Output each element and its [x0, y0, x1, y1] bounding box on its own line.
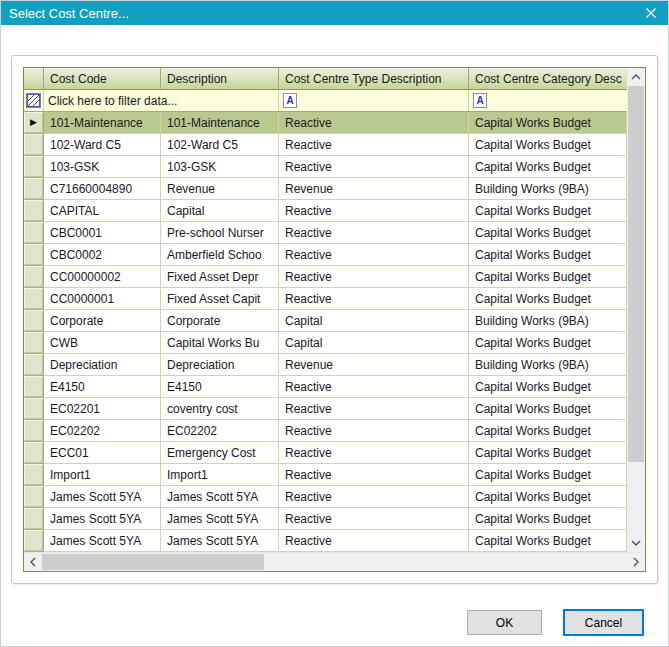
table-row[interactable]: E4150E4150ReactiveCapital Works Budget — [24, 376, 627, 398]
filter-input-cost-centre-type[interactable]: A — [279, 90, 469, 111]
horizontal-scrollbar-thumb[interactable] — [42, 554, 264, 570]
table-row[interactable]: CWBCapital Works BuCapitalCapital Works … — [24, 332, 627, 354]
table-row[interactable]: EC02202EC02202ReactiveCapital Works Budg… — [24, 420, 627, 442]
cell[interactable]: Capital Works Budget — [469, 464, 627, 486]
row-header-cell[interactable] — [24, 508, 44, 530]
cell[interactable]: CAPITAL — [44, 200, 161, 222]
ok-button[interactable]: OK — [467, 610, 542, 635]
scroll-up-button[interactable] — [627, 68, 645, 86]
cell[interactable]: Capital Works Budget — [469, 156, 627, 178]
cell[interactable]: EC02202 — [161, 420, 279, 442]
cell[interactable]: 101-Maintenance — [44, 112, 161, 134]
row-header-cell[interactable] — [24, 266, 44, 288]
cell[interactable]: Capital Works Budget — [469, 112, 627, 134]
row-header-cell[interactable] — [24, 288, 44, 310]
cell[interactable]: Capital Works Budget — [469, 244, 627, 266]
cell[interactable]: Building Works (9BA) — [469, 178, 627, 200]
table-row[interactable]: Import1Import1ReactiveCapital Works Budg… — [24, 464, 627, 486]
cell[interactable]: Capital Works Budget — [469, 442, 627, 464]
cell[interactable]: Capital Works Budget — [469, 288, 627, 310]
cell[interactable]: James Scott 5YA — [161, 508, 279, 530]
filter-button[interactable] — [24, 90, 44, 111]
row-header-cell[interactable] — [24, 200, 44, 222]
cell[interactable]: CBC0001 — [44, 222, 161, 244]
table-row[interactable]: EC02201coventry costReactiveCapital Work… — [24, 398, 627, 420]
cell[interactable]: 102-Ward C5 — [161, 134, 279, 156]
close-button[interactable] — [634, 1, 668, 25]
row-header-cell[interactable] — [24, 486, 44, 508]
text-filter-icon[interactable]: A — [473, 93, 487, 108]
cell[interactable]: Reactive — [279, 156, 469, 178]
cell[interactable]: Reactive — [279, 134, 469, 156]
row-header-cell[interactable] — [24, 156, 44, 178]
cell[interactable]: Reactive — [279, 200, 469, 222]
cell[interactable]: coventry cost — [161, 398, 279, 420]
cell[interactable]: Capital — [279, 310, 469, 332]
table-row[interactable]: 103-GSK103-GSKReactiveCapital Works Budg… — [24, 156, 627, 178]
table-row[interactable]: CC00000002Fixed Asset DeprReactiveCapita… — [24, 266, 627, 288]
cell[interactable]: 101-Maintenance — [161, 112, 279, 134]
cell[interactable]: EC02201 — [44, 398, 161, 420]
cell[interactable]: Revenue — [279, 354, 469, 376]
cell[interactable]: Reactive — [279, 420, 469, 442]
cell[interactable]: CC0000001 — [44, 288, 161, 310]
horizontal-scrollbar[interactable] — [24, 552, 645, 571]
table-row[interactable]: DepreciationDepreciationRevenueBuilding … — [24, 354, 627, 376]
cell[interactable]: Building Works (9BA) — [469, 310, 627, 332]
cell[interactable]: C71660004890 — [44, 178, 161, 200]
row-header-cell[interactable] — [24, 244, 44, 266]
cell[interactable]: 103-GSK — [44, 156, 161, 178]
cell[interactable]: Corporate — [44, 310, 161, 332]
filter-input-cost-centre-category[interactable]: A — [469, 90, 627, 111]
table-row[interactable]: James Scott 5YAJames Scott 5YAReactiveCa… — [24, 486, 627, 508]
cell[interactable]: Reactive — [279, 244, 469, 266]
table-row[interactable]: ECC01Emergency CostReactiveCapital Works… — [24, 442, 627, 464]
table-row[interactable]: 102-Ward C5102-Ward C5ReactiveCapital Wo… — [24, 134, 627, 156]
cell[interactable]: Reactive — [279, 222, 469, 244]
column-header-cost-code[interactable]: Cost Code — [44, 68, 161, 90]
cell[interactable]: Revenue — [161, 178, 279, 200]
table-row[interactable]: James Scott 5YAJames Scott 5YAReactiveCa… — [24, 530, 627, 552]
table-row[interactable]: CBC0002Amberfield SchooReactiveCapital W… — [24, 244, 627, 266]
cell[interactable]: Capital Works Budget — [469, 486, 627, 508]
cell[interactable]: Reactive — [279, 398, 469, 420]
cell[interactable]: Capital Works Budget — [469, 134, 627, 156]
cell[interactable]: Capital — [279, 332, 469, 354]
cell[interactable]: Depreciation — [44, 354, 161, 376]
cell[interactable]: Capital Works Bu — [161, 332, 279, 354]
table-row[interactable]: CBC0001Pre-school NurserReactiveCapital … — [24, 222, 627, 244]
cell[interactable]: Emergency Cost — [161, 442, 279, 464]
row-header-cell[interactable] — [24, 134, 44, 156]
cell[interactable]: Amberfield Schoo — [161, 244, 279, 266]
row-header-cell[interactable] — [24, 332, 44, 354]
cell[interactable]: CC00000002 — [44, 266, 161, 288]
table-row[interactable]: ▶101-Maintenance101-MaintenanceReactiveC… — [24, 112, 627, 134]
scroll-right-button[interactable] — [627, 553, 645, 571]
cell[interactable]: Reactive — [279, 112, 469, 134]
row-header-cell[interactable] — [24, 420, 44, 442]
cell[interactable]: Reactive — [279, 464, 469, 486]
column-header-cost-centre-category[interactable]: Cost Centre Category Desc — [469, 68, 627, 90]
cell[interactable]: ECC01 — [44, 442, 161, 464]
row-header-cell[interactable] — [24, 464, 44, 486]
cell[interactable]: Reactive — [279, 266, 469, 288]
table-row[interactable]: CAPITALCapitalReactiveCapital Works Budg… — [24, 200, 627, 222]
scroll-left-button[interactable] — [24, 553, 42, 571]
cell[interactable]: 102-Ward C5 — [44, 134, 161, 156]
vertical-scrollbar-thumb[interactable] — [628, 86, 644, 462]
cell[interactable]: James Scott 5YA — [44, 508, 161, 530]
vertical-scrollbar[interactable] — [627, 68, 645, 552]
row-header-cell[interactable] — [24, 398, 44, 420]
row-header-cell[interactable]: ▶ — [24, 112, 44, 134]
cell[interactable]: CBC0002 — [44, 244, 161, 266]
cell[interactable]: Fixed Asset Depr — [161, 266, 279, 288]
cell[interactable]: Reactive — [279, 442, 469, 464]
cell[interactable]: Depreciation — [161, 354, 279, 376]
cell[interactable]: Capital Works Budget — [469, 200, 627, 222]
table-row[interactable]: CC0000001Fixed Asset CapitReactiveCapita… — [24, 288, 627, 310]
cell[interactable]: Capital Works Budget — [469, 376, 627, 398]
cell[interactable]: Capital Works Budget — [469, 420, 627, 442]
table-row[interactable]: James Scott 5YAJames Scott 5YAReactiveCa… — [24, 508, 627, 530]
cell[interactable]: Building Works (9BA) — [469, 354, 627, 376]
cell[interactable]: Capital — [161, 200, 279, 222]
